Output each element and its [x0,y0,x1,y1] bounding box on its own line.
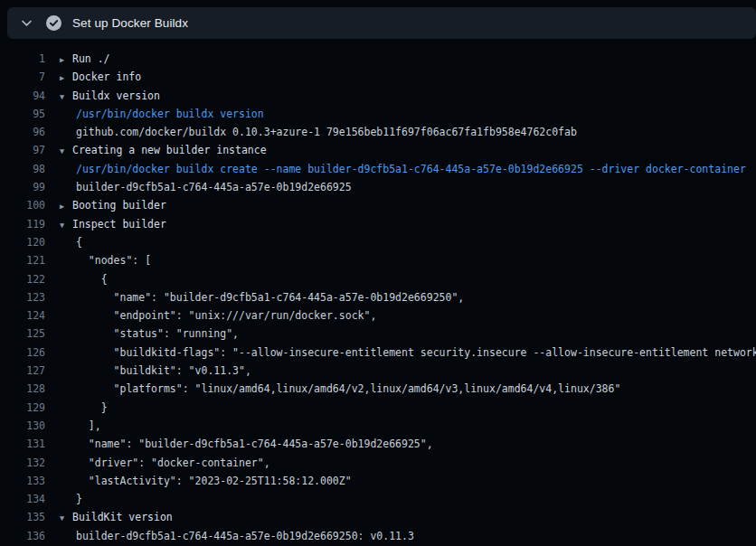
line-number[interactable]: 94 [0,87,45,105]
group-title: Buildx version [72,87,160,105]
log-line: 129 } [0,399,756,417]
output-text: "endpoint": "unix:///var/run/docker.sock… [76,306,376,325]
step-title: Set up Docker Buildx [72,16,188,30]
line-number[interactable]: 130 [0,417,45,435]
triangle-down-icon[interactable]: ▼ [60,509,72,527]
log-line: 125 "status": "running", [0,325,756,343]
output-text: { [76,270,108,288]
log-line: 127 "buildkit": "v0.11.3", [0,362,756,380]
output-text: "buildkit": "v0.11.3", [76,362,251,380]
line-number[interactable]: 121 [0,251,45,269]
log-line[interactable]: 135▼BuildKit version [0,508,756,526]
log-line: 131 "name": "builder-d9cfb5a1-c764-445a-… [0,435,756,453]
log-line: 98/usr/bin/docker buildx create --name b… [0,160,756,178]
line-number[interactable]: 7 [0,68,45,86]
output-text: ], [76,417,101,435]
group-title: Booting builder [72,196,166,214]
line-number[interactable]: 136 [0,527,45,545]
output-text: "name": "builder-d9cfb5a1-c764-445a-a57e… [76,435,433,453]
line-number[interactable]: 135 [0,508,45,526]
line-number[interactable]: 124 [0,306,45,325]
log-line: 120{ [0,233,756,251]
line-number[interactable]: 99 [0,178,45,196]
log-line[interactable]: 1▶Run ./ [0,50,756,68]
triangle-down-icon[interactable]: ▼ [60,142,72,160]
log-line: 122 { [0,270,756,288]
output-text: github.com/docker/buildx 0.10.3+azure-1 … [76,123,577,141]
line-number[interactable]: 126 [0,344,45,362]
line-number[interactable]: 97 [0,141,45,159]
log-line[interactable]: 100▶Booting builder [0,196,756,214]
line-number[interactable]: 131 [0,435,45,453]
triangle-right-icon[interactable]: ▶ [60,69,72,87]
group-title: Creating a new builder instance [72,141,267,159]
group-title: Docker info [72,68,141,86]
log-line[interactable]: 7▶Docker info [0,68,756,86]
output-text: "name": "builder-d9cfb5a1-c764-445a-a57e… [76,288,464,306]
group-title: Run ./ [72,50,110,68]
log-line: 128 "platforms": "linux/amd64,linux/amd6… [0,380,756,398]
step-header[interactable]: Set up Docker Buildx [7,7,756,39]
log-line: 133 "lastActivity": "2023-02-25T11:58:12… [0,472,756,490]
output-text: { [76,233,82,251]
line-number[interactable]: 1 [0,50,45,68]
command-text: /usr/bin/docker buildx version [76,105,264,123]
line-number[interactable]: 98 [0,160,45,178]
triangle-right-icon[interactable]: ▶ [60,197,72,215]
line-number[interactable]: 127 [0,362,45,380]
line-number[interactable]: 129 [0,399,45,417]
output-text: "driver": "docker-container", [76,454,270,472]
log-line: 99builder-d9cfb5a1-c764-445a-a57e-0b19d2… [0,178,756,196]
log-line: 95/usr/bin/docker buildx version [0,105,756,123]
line-number[interactable]: 125 [0,325,45,343]
output-text: "platforms": "linux/amd64,linux/amd64/v2… [76,380,620,398]
line-number[interactable]: 95 [0,105,45,123]
log-lines: 1▶Run ./7▶Docker info94▼Buildx version95… [0,50,756,546]
line-number[interactable]: 96 [0,123,45,141]
line-number[interactable]: 133 [0,472,45,490]
line-number[interactable]: 134 [0,490,45,508]
output-text: builder-d9cfb5a1-c764-445a-a57e-0b19d2e6… [76,178,352,196]
line-number[interactable]: 100 [0,196,45,214]
triangle-down-icon[interactable]: ▼ [60,88,72,106]
output-text: builder-d9cfb5a1-c764-445a-a57e-0b19d2e6… [76,527,414,545]
output-text: "status": "running", [76,325,239,343]
log-line: 136builder-d9cfb5a1-c764-445a-a57e-0b19d… [0,527,756,545]
line-number[interactable]: 132 [0,454,45,472]
log-line: 130 ], [0,417,756,435]
line-number[interactable]: 122 [0,270,45,288]
line-number[interactable]: 123 [0,288,45,306]
log-line: 132 "driver": "docker-container", [0,454,756,472]
log-line: 96github.com/docker/buildx 0.10.3+azure-… [0,123,756,141]
log-line[interactable]: 97▼Creating a new builder instance [0,141,756,159]
line-number[interactable]: 128 [0,380,45,398]
group-title: BuildKit version [72,508,173,526]
group-title: Inspect builder [72,215,166,233]
check-circle-icon [40,15,67,31]
line-number[interactable]: 120 [0,233,45,251]
log-line: 124 "endpoint": "unix:///var/run/docker.… [0,306,756,325]
log-line: 123 "name": "builder-d9cfb5a1-c764-445a-… [0,288,756,306]
output-text: } [76,490,82,508]
log-line[interactable]: 94▼Buildx version [0,87,756,105]
log-line[interactable]: 119▼Inspect builder [0,215,756,233]
command-text: /usr/bin/docker buildx create --name bui… [76,160,746,178]
log-line: 126 "buildkitd-flags": "--allow-insecure… [0,344,756,362]
log-line: 134} [0,490,756,508]
output-text: } [76,399,108,417]
output-text: "lastActivity": "2023-02-25T11:58:12.000… [76,472,352,490]
log-line: 121 "nodes": [ [0,251,756,269]
triangle-right-icon[interactable]: ▶ [60,51,72,69]
output-text: "nodes": [ [76,251,151,269]
output-text: "buildkitd-flags": "--allow-insecure-ent… [76,344,756,362]
triangle-down-icon[interactable]: ▼ [60,216,72,234]
chevron-down-icon[interactable] [13,17,40,29]
line-number[interactable]: 119 [0,215,45,233]
